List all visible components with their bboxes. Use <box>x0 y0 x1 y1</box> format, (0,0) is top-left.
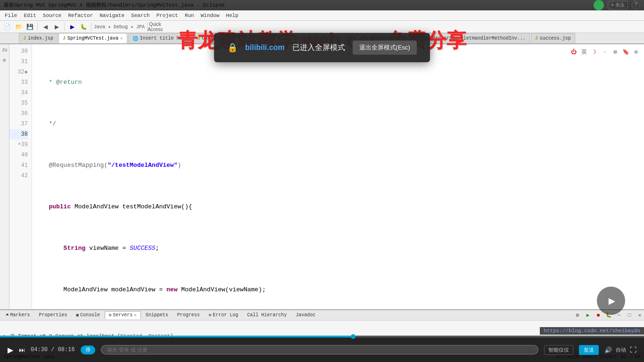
send-btn[interactable]: 发送 <box>579 345 599 355</box>
play-pause-button[interactable]: ▶ <box>8 346 13 354</box>
code-line-35: ModelAndView modelAndView = new ModelAnd… <box>38 285 644 295</box>
callhierarchy-label: Call Hierarchy <box>247 313 287 318</box>
moon-icon[interactable]: ☽ <box>590 48 599 57</box>
stop-server-icon[interactable]: ■ <box>594 311 603 320</box>
toolbar-quick-access[interactable]: Quick Access <box>150 22 160 32</box>
servers-icon: ⚙ <box>109 313 111 318</box>
exit-fullscreen-button[interactable]: 退出全屏模式(Esc) <box>353 41 417 55</box>
fullscreen-text: 已进入全屏模式 <box>292 43 345 53</box>
code-editor[interactable]: 30 31 32◆ 33 34 35 36 37 38 •39 40 41 42 <box>9 44 644 309</box>
volume-button[interactable]: 🔊 <box>604 346 612 354</box>
menu-file[interactable]: File <box>2 12 20 19</box>
menu-project[interactable]: Project <box>154 12 181 19</box>
power-icon[interactable]: ⏻ <box>570 48 578 57</box>
tab-icon-user: J <box>198 36 200 41</box>
url-text: https://blog.csdn.net/sheibaydo <box>544 328 640 334</box>
danmu-button[interactable]: 弹 <box>81 346 95 354</box>
auto-label: 自动 <box>616 346 626 354</box>
tab-label-springmvc: SpringMVCTest.java <box>67 36 118 41</box>
line-num-36: 36 <box>9 108 28 119</box>
tab-success-jsp[interactable]: J success.jsp <box>531 33 575 43</box>
line-num-34: 34 <box>9 88 28 98</box>
console-icon: ▣ <box>76 313 78 318</box>
quality-btn[interactable]: 智能仅仅 <box>544 345 573 355</box>
tab-close-springmvc[interactable]: ✕ <box>120 36 123 41</box>
play-button-overlay[interactable]: ▶ <box>597 287 625 315</box>
toolbar-forward[interactable]: ▶ <box>51 22 62 32</box>
dot-icon[interactable]: · <box>601 48 609 57</box>
toolbar-separator-3 <box>91 23 91 31</box>
line-num-42: 42 <box>9 171 28 181</box>
bottom-tab-properties[interactable]: Properties <box>34 311 71 319</box>
javadoc-label: Javadoc <box>296 313 315 318</box>
tab-label-success: success.jsp <box>540 36 571 41</box>
code-33-content: public ModelAndView testModelAndView(){ <box>38 202 192 212</box>
bilibili-domain: bilibili.com <box>245 43 285 52</box>
toolbar-new[interactable]: 📄 <box>2 22 12 32</box>
bottom-tab-callhierarchy[interactable]: Call Hierarchy <box>243 311 291 319</box>
bottom-tab-markers[interactable]: ⚑ Markers <box>2 311 34 319</box>
help-icon[interactable]: ? <box>632 1 640 9</box>
toolbar-run[interactable]: ▶ <box>67 22 77 32</box>
bottom-tab-javadoc[interactable]: Javadoc <box>291 311 320 319</box>
line-num-39: •39 <box>9 140 28 150</box>
progress-bar[interactable] <box>0 336 644 337</box>
code-line-32: @RequestMapping("/testModelAndView") <box>38 160 644 171</box>
follow-button[interactable]: + 关注 <box>608 1 628 9</box>
maximize-panel-icon[interactable]: □ <box>625 311 634 320</box>
tab-index-jsp[interactable]: J index.jsp <box>19 33 58 43</box>
bottom-tab-servers[interactable]: ⚙ Servers ✕ <box>105 311 141 319</box>
bottom-tab-progress[interactable]: Progress <box>173 311 204 319</box>
errorlog-icon: ⊗ <box>209 313 211 318</box>
line-num-31: 31 <box>9 57 28 67</box>
close-panel-icon[interactable]: ✕ <box>636 311 644 320</box>
tab-springmvctest[interactable]: J SpringMVCTest.java ✕ <box>58 33 127 43</box>
start-server-icon[interactable]: ▶ <box>584 311 592 320</box>
bottom-tab-snippets[interactable]: Snippets <box>141 311 173 319</box>
menu-search[interactable]: Search <box>128 12 153 19</box>
toolbar: 📄 📁 💾 ◀ ▶ ▶ 🐛 Java ✦ Debug ✦ JPA Quick A… <box>0 21 644 33</box>
player-right-controls: 🔊 自动 ⛶ <box>604 346 636 354</box>
bookmark-icon[interactable]: 🔖 <box>621 48 630 57</box>
code-line-34: String viewName = SUCCESS; <box>38 243 644 254</box>
servers-close[interactable]: ✕ <box>134 313 136 318</box>
tab-icon-insert: 🌐 <box>132 36 138 41</box>
menu-navigate[interactable]: Navigate <box>97 12 127 19</box>
line-num-30: 30 <box>9 46 28 57</box>
video-time: 04:30 / 08:16 <box>31 346 75 353</box>
video-controls: ▶ ⏭ 04:30 / 08:16 弹 智能仅仅 发送 🔊 自动 ⛶ <box>0 337 644 362</box>
toolbar-back[interactable]: ◀ <box>40 22 50 32</box>
toolbar-open[interactable]: 📁 <box>13 22 24 32</box>
bottom-tab-errorlog[interactable]: ⊗ Error Log <box>205 311 242 319</box>
eclipse-window: + 关注 ? 🔒 bilibili.com 已进入全屏模式 退出全屏模式(Esc… <box>0 0 644 362</box>
markers-label: Markers <box>10 313 30 318</box>
toolbar-perspective: Java ✦ Debug ✦ JPA <box>94 24 145 30</box>
code-31-content: */ <box>38 119 56 129</box>
toolbar-save[interactable]: 💾 <box>25 22 35 32</box>
danmu-input[interactable] <box>101 345 538 354</box>
tab-insert-title[interactable]: 🌐 Insert title here <box>128 33 192 43</box>
menu-refactor[interactable]: Refactor <box>65 12 96 19</box>
toolbar-debug[interactable]: 🐛 <box>78 22 89 32</box>
grid-icon[interactable]: ⊞ <box>611 48 619 57</box>
menu-run[interactable]: Run <box>182 12 197 19</box>
menu-help[interactable]: Help <box>223 12 241 19</box>
fullscreen-button[interactable]: ⛶ <box>630 346 636 354</box>
menu-source[interactable]: Source <box>40 12 65 19</box>
settings-icon[interactable]: ⚙ <box>632 48 640 57</box>
play-icon: ▶ <box>609 294 615 308</box>
menu-window[interactable]: Window <box>198 12 223 19</box>
code-32-content: @RequestMapping("/testModelAndView") <box>38 160 181 171</box>
line-num-40: 40 <box>9 150 28 160</box>
servers-label: Servers <box>113 313 132 318</box>
new-server-icon[interactable]: ⊞ <box>573 311 582 320</box>
lang-icon[interactable]: 英 <box>580 48 588 57</box>
tab-label-insert: Insert title here <box>140 36 188 41</box>
markers-icon: ⚑ <box>6 313 8 318</box>
line-numbers: 30 31 32◆ 33 34 35 36 37 38 •39 40 41 42 <box>9 44 32 309</box>
menu-edit[interactable]: Edit <box>21 12 39 19</box>
bottom-tabs: ⚑ Markers Properties ▣ Console ⚙ Servers… <box>0 310 644 321</box>
console-label: Console <box>80 313 100 318</box>
next-button[interactable]: ⏭ <box>19 346 25 354</box>
bottom-tab-console[interactable]: ▣ Console <box>72 311 104 319</box>
